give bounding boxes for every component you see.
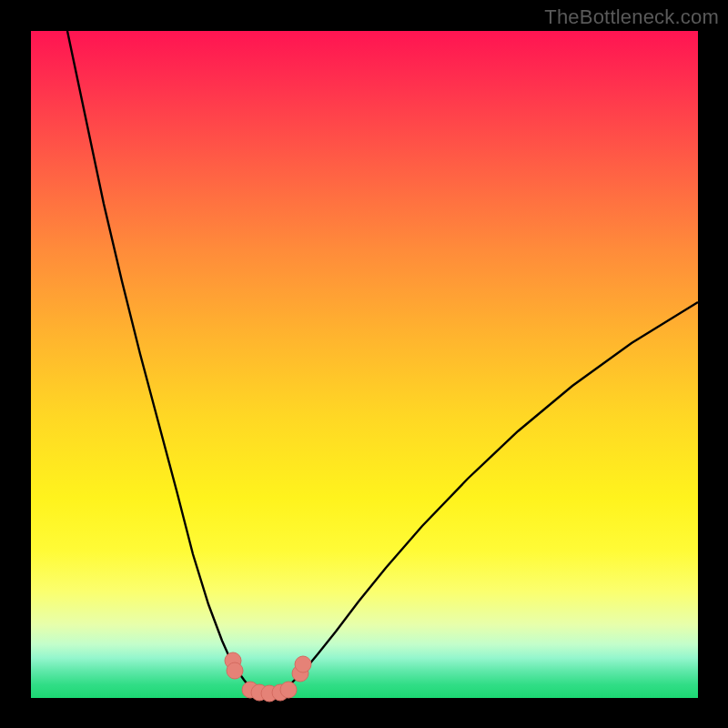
plot-area [31,31,698,698]
data-markers [225,652,311,702]
chart-svg [31,31,698,698]
outer-frame: TheBottleneck.com [0,0,728,728]
curve-left [67,31,250,688]
curve-right [287,302,698,688]
data-marker [280,682,297,698]
watermark-text: TheBottleneck.com [544,5,719,29]
data-marker [227,662,243,679]
data-marker [295,656,311,672]
